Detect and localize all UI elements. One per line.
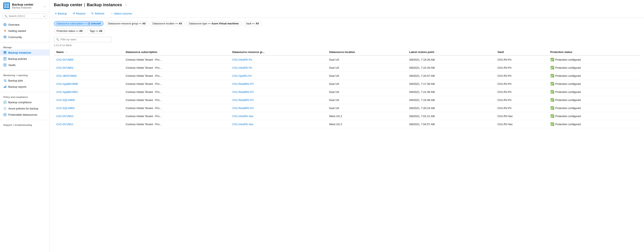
resource-group-link[interactable]: CH1-RetailRG-Pri	[232, 107, 254, 110]
filter-resource-group[interactable]: Datasource resource group == All	[105, 21, 148, 26]
policy-section: Policy and compliance Backup compliance …	[0, 93, 50, 119]
cell-name: CH1-AppBEVM00	[54, 80, 123, 88]
svg-point-13	[5, 36, 6, 37]
cell-vault: CH1-RV-Pri	[495, 96, 548, 104]
sidebar-item-label: Azure policies for backup	[8, 107, 38, 110]
col-restore-point[interactable]: Latest restore point ↑↓	[407, 49, 495, 55]
cell-restore-point: 3/8/2021, 7:15:26 AM	[407, 55, 495, 64]
resource-group-link[interactable]: CH1-RetailRG-Pri	[232, 98, 254, 102]
vm-name-link[interactable]: CH1-SQLVM00	[56, 98, 75, 102]
resource-group-link[interactable]: CH1-InfraRG-Sec	[232, 123, 254, 126]
cell-location: East US	[327, 96, 407, 104]
sidebar-item-getting-started[interactable]: Getting started	[0, 28, 50, 34]
protection-status-text: Protection configured	[555, 74, 581, 77]
cell-subscription: Contoso Hotels Tenant - Pro...	[123, 112, 230, 120]
table-row: CH1-JBOXVM00 Contoso Hotels Tenant - Pro…	[54, 72, 640, 80]
sidebar-item-community[interactable]: Community	[0, 34, 50, 40]
cell-vault: CH1-RV-Sec	[495, 120, 548, 128]
cell-protection-status: ✅ Protection configured	[548, 96, 640, 104]
sidebar-item-backup-instances[interactable]: Backup instances	[0, 49, 50, 56]
search-box: 🔍 «	[2, 13, 47, 19]
main-content: Backup center | Backup instances ··· + B…	[50, 0, 644, 252]
table-row: CH1-DCVM11 Contoso Hotels Tenant - Pro..…	[54, 120, 640, 128]
select-columns-button[interactable]: → Select columns	[109, 11, 134, 16]
monitoring-label: Monitoring + reporting	[0, 72, 50, 77]
sidebar-item-protectable-datasources[interactable]: Protectable datasources	[0, 112, 50, 118]
vm-name-link[interactable]: CH1-DCVM01	[56, 66, 74, 69]
cell-restore-point: 3/8/2021, 7:01:21 AM	[407, 112, 495, 120]
cell-name: CH1-SQLVM01	[54, 104, 123, 112]
svg-rect-28	[4, 87, 4, 88]
vm-name-link[interactable]: CH1-JBOXVM00	[56, 74, 76, 77]
cell-resource-group: CH1-RetailRG-Pri	[230, 88, 327, 96]
table-row: CH1-AppBEVM00 Contoso Hotels Tenant - Pr…	[54, 80, 640, 88]
svg-point-31	[4, 113, 6, 114]
policy-label: Policy and compliance	[0, 94, 50, 99]
cell-name: CH1-AppBEVM01	[54, 88, 123, 96]
app-title-block: Backup center Backup instances	[12, 3, 33, 9]
cell-location: East US	[327, 72, 407, 80]
table-row: CH1-DCVM10 Contoso Hotels Tenant - Pro..…	[54, 112, 640, 120]
filter-protection-status[interactable]: Protection status == All	[54, 28, 85, 33]
resource-group-link[interactable]: CH1-InfraRG-Pri	[232, 58, 252, 61]
app-more-button[interactable]: ...	[44, 4, 46, 8]
cell-protection-status: ✅ Protection configured	[548, 72, 640, 80]
resource-group-link[interactable]: CH1-RetailRG-Pri	[232, 90, 254, 93]
restore-icon: ↺	[73, 12, 75, 15]
backup-button[interactable]: + Backup	[54, 11, 68, 16]
protection-status-text: Protection configured	[555, 82, 581, 85]
protection-status-text: Protection configured	[555, 58, 581, 61]
filter-by-name-input[interactable]	[60, 38, 110, 41]
vm-name-link[interactable]: CH1-DCVM10	[56, 115, 74, 118]
vm-name-link[interactable]: CH1-DCVM11	[56, 123, 74, 126]
resource-group-link[interactable]: CH1-OpsRG-Pri	[232, 74, 252, 77]
sidebar-item-backup-policies[interactable]: Backup policies	[0, 56, 50, 62]
refresh-button[interactable]: ↻ Refresh	[90, 11, 106, 16]
sidebar-item-backup-compliance[interactable]: Backup compliance	[0, 99, 50, 105]
page-header: Backup center | Backup instances ··· + B…	[50, 0, 644, 18]
items-count: 1-11 of 11 items	[54, 44, 640, 47]
sidebar-item-vaults[interactable]: Vaults	[0, 62, 50, 68]
collapse-icon[interactable]: «	[44, 14, 45, 17]
cell-restore-point: 3/8/2021, 7:24:07 AM	[407, 72, 495, 80]
lightning-icon	[3, 29, 7, 32]
filter-subscription[interactable]: Datasource subscription == 12 selected	[54, 21, 104, 26]
filter-tags[interactable]: Tags == All	[87, 28, 105, 33]
resource-group-link[interactable]: CH1-InfraRG-Pri	[232, 66, 252, 69]
sidebar-item-backup-jobs[interactable]: Backup jobs	[0, 77, 50, 84]
vm-name-link[interactable]: CH1-AppBEVM00	[56, 82, 78, 85]
sidebar-item-overview[interactable]: Overview	[0, 21, 50, 28]
filter-location[interactable]: Datasource location == All	[150, 21, 185, 26]
vm-name-link[interactable]: CH1-SQLVM01	[56, 107, 75, 110]
search-input[interactable]	[9, 15, 42, 17]
vm-name-link[interactable]: CH1-AppBEVM01	[56, 90, 78, 93]
restore-button[interactable]: ↺ Restore	[72, 11, 87, 16]
resource-group-link[interactable]: CH1-RetailRG-Pri	[232, 82, 254, 85]
resource-group-link[interactable]: CH1-InfraRG-Sec	[232, 115, 254, 118]
globe-icon	[3, 23, 7, 26]
cell-subscription: Contoso Hotels Tenant - Pro...	[123, 96, 230, 104]
header-more-button[interactable]: ···	[125, 3, 128, 7]
col-name[interactable]: Name ↑↓	[54, 49, 123, 55]
cell-protection-status: ✅ Protection configured	[548, 88, 640, 96]
cell-name: CH1-JBOXVM00	[54, 72, 123, 80]
svg-rect-5	[4, 4, 6, 5]
cell-restore-point: 3/8/2021, 7:22:26 AM	[407, 64, 495, 72]
filter-type[interactable]: Datasource type == Azure Virtual machine…	[186, 21, 242, 26]
svg-point-23	[5, 65, 5, 65]
cell-subscription: Contoso Hotels Tenant - Pro...	[123, 55, 230, 64]
cell-resource-group: CH1-RetailRG-Pri	[230, 96, 327, 104]
page-title-row: Backup center | Backup instances ···	[54, 2, 640, 9]
filter-vault[interactable]: Vault == All	[243, 21, 262, 26]
sidebar-item-backup-reports[interactable]: Backup reports	[0, 84, 50, 90]
search-icon: 🔍	[4, 15, 8, 17]
table-row: CH1-SQLVM01 Contoso Hotels Tenant - Pro.…	[54, 104, 640, 112]
table-row: CH1-DCVM01 Contoso Hotels Tenant - Pro..…	[54, 64, 640, 72]
svg-point-27	[6, 81, 6, 82]
cell-subscription: Contoso Hotels Tenant - Pro...	[123, 88, 230, 96]
cell-protection-status: ✅ Protection configured	[548, 64, 640, 72]
cell-vault: CH1-RV-Pri	[495, 64, 548, 72]
col-vault: Vault	[495, 49, 548, 55]
sidebar-item-azure-policies[interactable]: Azure policies for backup	[0, 105, 50, 112]
vm-name-link[interactable]: CH1-DCVM00	[56, 58, 74, 61]
